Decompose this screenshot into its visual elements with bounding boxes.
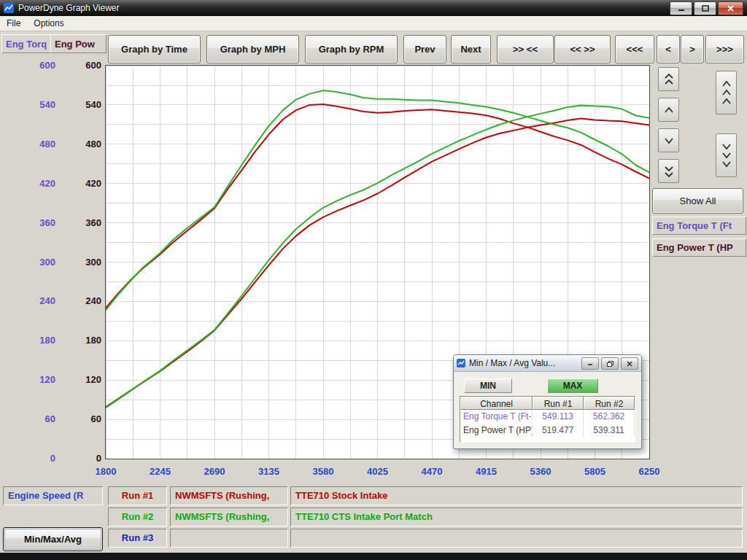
run3-description-field[interactable] xyxy=(290,529,743,548)
torque-channel-label: Eng Torque T (Ft- xyxy=(460,410,533,424)
minmax-table: Channel Run #1 Run #2 Eng Torque T (Ft- … xyxy=(460,396,635,443)
scroll-down-button[interactable] xyxy=(658,128,679,152)
toolbar-button-graph-by-rpm[interactable]: Graph by RPM xyxy=(305,35,398,63)
x-tick-label: 5360 xyxy=(523,466,558,477)
run3-label[interactable]: Run #3 xyxy=(108,529,167,548)
torque-max-run2: 562.362 xyxy=(584,410,635,424)
run1-label[interactable]: Run #1 xyxy=(108,486,167,505)
x-tick-label: 2245 xyxy=(143,466,178,477)
y-tick-label: 240 xyxy=(66,295,101,307)
toolbar-button-graph-by-mph[interactable]: Graph by MPH xyxy=(206,35,299,63)
y-tick-label: 180 xyxy=(20,335,55,346)
titlebar: PowerDyne Graph Viewer xyxy=(0,0,747,16)
x-axis-channel-field[interactable]: Engine Speed (R xyxy=(3,486,103,505)
toolbar-button-nav-10[interactable]: >>> xyxy=(705,35,744,63)
minmax-window-title: Min / Max / Avg Valu... xyxy=(469,358,555,368)
x-tick-label: 3135 xyxy=(252,466,287,477)
y-tick-label: 420 xyxy=(20,178,55,190)
scroll-up-fast-button[interactable] xyxy=(658,67,679,91)
zoom-up-button[interactable] xyxy=(716,71,737,114)
y-tick-label: 240 xyxy=(20,295,55,307)
y-tick-label: 600 xyxy=(20,60,55,71)
power-max-run2: 539.311 xyxy=(584,424,635,438)
minmax-restore-button[interactable] xyxy=(601,357,619,370)
run1-operator-field[interactable]: NWMSFTS (Rushing, xyxy=(170,486,288,505)
torque-max-run1: 549.113 xyxy=(533,410,584,424)
y-tick-label: 300 xyxy=(20,257,55,268)
minimize-button[interactable] xyxy=(670,1,692,15)
menubar: File Options xyxy=(0,16,747,31)
toolbar-button-graph-by-time[interactable]: Graph by Time xyxy=(108,35,201,63)
toolbar-button-nav-9[interactable]: > xyxy=(681,35,704,63)
scroll-up-button[interactable] xyxy=(658,98,679,122)
y-tick-label: 360 xyxy=(20,217,55,229)
power-channel-label: Eng Power T (HP) xyxy=(460,424,533,438)
run2-label[interactable]: Run #2 xyxy=(108,508,167,526)
show-all-button[interactable]: Show All xyxy=(652,188,743,214)
run2-description-field[interactable]: TTE710 CTS Intake Port Match xyxy=(290,508,743,526)
x-tick-label: 1800 xyxy=(88,466,123,477)
minmax-close-button[interactable] xyxy=(621,357,638,370)
run1-description-field[interactable]: TTE710 Stock Intake xyxy=(290,486,743,505)
y-tick-label: 480 xyxy=(20,139,55,150)
legend-torque[interactable]: Eng Torque T (Ft xyxy=(652,217,746,235)
app-icon xyxy=(4,3,14,13)
toolbar-button-nav-5[interactable]: >> << xyxy=(497,35,554,63)
maximize-button[interactable] xyxy=(694,1,716,15)
power-max-run1: 519.477 xyxy=(533,424,584,438)
y-tick-label: 300 xyxy=(66,257,101,268)
toolbar-button-prev[interactable]: Prev xyxy=(403,35,446,63)
run3-operator-field[interactable] xyxy=(170,529,288,548)
x-tick-label: 3580 xyxy=(306,466,341,477)
minmax-window-controls xyxy=(581,357,638,370)
x-tick-label: 4915 xyxy=(469,466,504,477)
y-tick-label: 420 xyxy=(66,178,101,190)
minmax-avg-button[interactable]: Min/Max/Avg xyxy=(3,527,103,551)
toolbar-button-nav-8[interactable]: < xyxy=(657,35,680,63)
scroll-down-fast-button[interactable] xyxy=(658,159,679,183)
zoom-down-button[interactable] xyxy=(716,133,737,177)
y-tick-label: 480 xyxy=(66,139,101,150)
toolbar-button-next[interactable]: Next xyxy=(451,35,491,63)
y-tick-label: 120 xyxy=(66,374,101,386)
table-row-power: Eng Power T (HP) 519.477 539.311 xyxy=(460,424,635,438)
legend-power[interactable]: Eng Power T (HP xyxy=(652,238,746,257)
x-tick-label: 2690 xyxy=(197,466,232,477)
y-tick-label: 600 xyxy=(66,60,101,71)
column-header-run1[interactable]: Run #1 xyxy=(533,397,584,410)
close-button[interactable] xyxy=(718,1,743,15)
y-tick-label: 120 xyxy=(20,374,55,386)
minmax-table-header: Channel Run #1 Run #2 xyxy=(460,397,635,410)
max-button[interactable]: MAX xyxy=(547,378,598,393)
column-header-channel[interactable]: Channel xyxy=(460,397,533,410)
window-frame-bottom xyxy=(0,553,747,560)
y-tick-label: 60 xyxy=(20,413,55,425)
y-tick-label: 540 xyxy=(66,99,101,111)
minmax-minimize-button[interactable] xyxy=(581,357,599,370)
x-tick-label: 5805 xyxy=(578,466,613,477)
min-button[interactable]: MIN xyxy=(464,378,512,393)
y-tick-label: 0 xyxy=(20,453,55,464)
y-tick-label: 360 xyxy=(66,217,101,229)
toolbar-button-nav-6[interactable]: << >> xyxy=(554,35,611,63)
x-axis-ticks: 1800224526903135358040254470491553605805… xyxy=(0,466,747,478)
column-header-run2[interactable]: Run #2 xyxy=(584,397,635,410)
x-tick-label: 6250 xyxy=(632,466,667,477)
y-tick-label: 180 xyxy=(66,335,101,346)
window-controls xyxy=(670,1,743,15)
minmax-window-icon xyxy=(457,359,465,368)
minmax-window-titlebar[interactable]: Min / Max / Avg Valu... xyxy=(454,355,641,372)
toolbar-button-nav-7[interactable]: <<< xyxy=(615,35,654,63)
window-title: PowerDyne Graph Viewer xyxy=(18,3,120,13)
y-tick-label: 0 xyxy=(66,453,101,464)
x-tick-label: 4025 xyxy=(360,466,395,477)
y-tick-label: 60 xyxy=(66,413,101,425)
y-tick-label: 540 xyxy=(20,99,55,111)
run2-operator-field[interactable]: NWMSFTS (Rushing, xyxy=(170,508,288,526)
minmax-window[interactable]: Min / Max / Avg Valu... MIN MAX Channel … xyxy=(453,354,642,449)
table-row-torque: Eng Torque T (Ft- 549.113 562.362 xyxy=(460,410,635,424)
x-tick-label: 4470 xyxy=(414,466,449,477)
